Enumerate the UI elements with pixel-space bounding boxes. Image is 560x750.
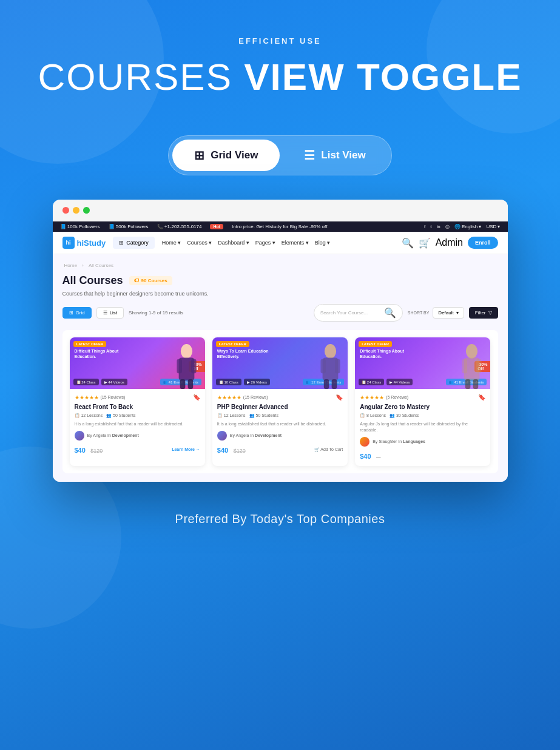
card-desc-3: Angular Js long fact that a reader will … (360, 421, 485, 433)
card-action-1[interactable]: Learn More → (172, 447, 200, 451)
list-btn-icon: ☰ (103, 310, 107, 316)
currency-selector[interactable]: USD ▾ (486, 224, 500, 229)
grid-view-btn[interactable]: ⊞ Grid (62, 307, 92, 319)
sort-select[interactable]: Default ▾ (433, 307, 464, 319)
filter-left: ⊞ Grid ☰ List Showing 1-9 of 19 results (62, 307, 184, 319)
count-icon: 🏷 (134, 278, 139, 283)
browser-chrome (53, 200, 508, 221)
list-view-button[interactable]: ☰ List View (282, 140, 387, 171)
price-current-1: $40 (75, 447, 86, 454)
nav-courses[interactable]: Courses ▾ (187, 240, 212, 246)
course-name-1: React Front To Back (75, 403, 200, 411)
notif-left: 📘 100k Followers 📘 500k Followers 📞 +1-2… (60, 224, 329, 229)
card-rating-1: ★★★★★ (15 Reviews) 🔖 (75, 394, 200, 400)
logo-icon: hi (62, 237, 75, 249)
hero-subtitle: EFFICIENT USE (24, 36, 536, 46)
card-meta-3: 📋 8 Lessons 👥 30 Students (360, 413, 485, 418)
enroll-button[interactable]: Enroll (468, 237, 498, 249)
search-icon[interactable]: 🔍 (402, 237, 414, 249)
grid-view-button[interactable]: ⊞ Grid View (172, 140, 280, 171)
add-to-cart-2[interactable]: 🛒 Add To Cart (314, 447, 343, 452)
course-name-2: PHP Beginner Advanced (217, 403, 343, 411)
reviews-2: (15 Reviews) (243, 395, 268, 399)
author-name-3: By Slaughter In Languages (373, 439, 425, 444)
bookmark-2[interactable]: 🔖 (336, 394, 343, 400)
browser-section: 📘 100k Followers 📘 500k Followers 📞 +1-2… (0, 200, 560, 482)
card-desc-2: It is a long established fact that a rea… (217, 421, 343, 427)
nav-links: Home ▾ Courses ▾ Dashboard ▾ Pages ▾ Ele… (162, 240, 394, 246)
nav-blog[interactable]: Blog ▾ (315, 240, 331, 246)
svg-point-0 (181, 344, 192, 359)
dot-maximize (83, 207, 90, 214)
promo-text: Intro price. Get Histudy for Big Sale -9… (232, 224, 328, 229)
svg-point-12 (466, 344, 477, 359)
admin-link[interactable]: Admin (436, 237, 463, 248)
toggle-container: ⊞ Grid View ☰ List View (168, 135, 392, 175)
card-body-2: ★★★★★ (15 Reviews) 🔖 PHP Beginner Advanc… (212, 389, 348, 460)
category-button[interactable]: ⊞ Category (113, 237, 155, 249)
card-rating-3: ★★★★★ (5 Reviews) 🔖 (360, 394, 485, 400)
list-view-btn[interactable]: ☰ List (96, 307, 124, 319)
card-image-1: LATEST OFFER Difficult Things About Educ… (70, 337, 205, 389)
cart-icon[interactable]: 🛒 (419, 237, 431, 249)
list-label: List View (321, 149, 365, 161)
lessons-2: 📋 12 Lessons (217, 413, 246, 418)
bookmark-1[interactable]: 🔖 (193, 394, 200, 400)
page-title-row: All Courses 🏷 90 Courses (62, 274, 498, 287)
course-card-2: LATEST OFFER Ways To Learn Education Eff… (212, 337, 348, 466)
nav-actions: 🔍 🛒 Admin Enroll (402, 237, 498, 249)
grid-icon: ⊞ (194, 148, 204, 163)
sort-label: SHORT BY (408, 311, 430, 315)
bookmark-3[interactable]: 🔖 (478, 394, 485, 400)
browser-mockup: 📘 100k Followers 📘 500k Followers 📞 +1-2… (53, 200, 508, 482)
card-author-1: By Angela In Development (75, 431, 200, 441)
page-title: All Courses (62, 274, 123, 287)
courses-grid: LATEST OFFER Difficult Things About Educ… (62, 330, 498, 473)
svg-rect-2 (177, 359, 182, 374)
search-input[interactable]: Search Your Course... (320, 310, 381, 316)
stars-1: ★★★★★ (75, 394, 99, 400)
list-icon: ☰ (304, 148, 315, 163)
followers-500k: 📘 500k Followers (109, 224, 149, 229)
search-box[interactable]: Search Your Course... 🔍 (314, 304, 403, 322)
social-ig: ◎ (445, 224, 450, 229)
price-section-2: $40 $120 (217, 444, 246, 455)
svg-point-6 (325, 344, 336, 359)
card-stats-1: 📋 24 Class ▶ 44 Videos (73, 379, 127, 385)
bottom-section: Preferred By Today's Top Companies (0, 482, 560, 562)
card-label-2: LATEST OFFER (216, 341, 249, 347)
bottom-text: Preferred By Today's Top Companies (24, 512, 536, 526)
price-old-1: $120 (90, 448, 103, 454)
social-tw: t (430, 224, 431, 229)
lessons-3: 📋 8 Lessons (360, 413, 386, 418)
grid-btn-icon: ⊞ (69, 310, 73, 316)
card-stat-videos-2: ▶ 26 Videos (244, 379, 270, 385)
filter-right: Search Your Course... 🔍 SHORT BY Default… (314, 304, 498, 322)
card-desc-1: It is a long established fact that a rea… (75, 421, 200, 427)
author-avatar-1 (75, 431, 84, 441)
nav-dashboard[interactable]: Dashboard ▾ (218, 240, 249, 246)
breadcrumb-home: Home (64, 263, 77, 268)
author-avatar-2 (217, 431, 227, 441)
logo: hi hiStudy (62, 237, 106, 249)
dot-close (62, 207, 69, 214)
logo-text: hiStudy (77, 238, 106, 248)
svg-rect-15 (476, 359, 482, 374)
card-rating-2: ★★★★★ (15 Reviews) 🔖 (217, 394, 343, 400)
card-price-row-1: $40 $120 Learn More → (75, 444, 200, 455)
nav-home[interactable]: Home ▾ (162, 240, 181, 246)
page-description: Courses that help beginner designers bec… (62, 291, 498, 297)
filter-button[interactable]: Filter ▽ (469, 307, 498, 319)
breadcrumb: Home › All Courses (62, 263, 498, 268)
category-label: Category (126, 240, 149, 246)
search-submit-icon[interactable]: 🔍 (384, 307, 396, 319)
nav-pages[interactable]: Pages ▾ (255, 240, 275, 246)
language-selector[interactable]: 🌐 English ▾ (454, 224, 482, 229)
notification-bar: 📘 100k Followers 📘 500k Followers 📞 +1-2… (53, 221, 508, 232)
filter-btn-label: Filter (475, 310, 486, 316)
author-name-1: By Angela In Development (87, 433, 139, 437)
nav-elements[interactable]: Elements ▾ (282, 240, 309, 246)
course-card: LATEST OFFER Difficult Things About Educ… (70, 337, 205, 466)
card-meta-1: 📋 12 Lessons 👥 50 Students (75, 413, 200, 418)
hero-section: EFFICIENT USE COURSES VIEW TOGGLE (0, 0, 560, 116)
